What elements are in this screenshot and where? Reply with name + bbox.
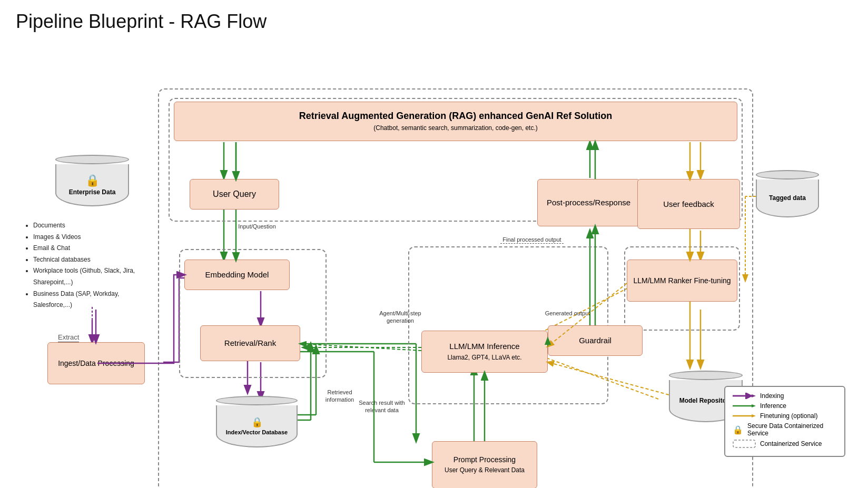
embedding-model-box: Embedding Model <box>184 260 290 290</box>
retrieval-rank-box: Retrieval/Rank <box>200 325 300 361</box>
page-title: Pipeline Blueprint - RAG Flow <box>16 11 852 33</box>
extract-label: Extract <box>58 333 79 342</box>
legend-indexing-label: Indexing <box>760 392 784 400</box>
cylinder-top-enterprise <box>55 155 129 164</box>
svg-rect-27 <box>733 440 755 447</box>
ingest-data-label: Ingest/Data Processing <box>58 358 134 368</box>
tagged-data-label: Tagged data <box>769 194 806 202</box>
list-item: Images & Videos <box>33 232 145 243</box>
ingest-data-box: Ingest/Data Processing <box>47 342 145 384</box>
cylinder-body-tagged: Tagged data <box>756 180 819 217</box>
generated-output-label: Generated output <box>542 310 593 317</box>
list-item: Email & Chat <box>33 243 145 254</box>
extract-text: Extract <box>58 333 79 341</box>
svg-marker-24 <box>752 404 756 407</box>
llm-inference-label: LLM/LMM Inference <box>449 341 519 352</box>
list-item: Documents <box>33 220 145 232</box>
legend-containerized: Containerized Service <box>733 440 837 448</box>
svg-marker-22 <box>752 394 756 397</box>
user-feedback-label: User feedback <box>663 199 714 210</box>
guardrail-label: Guardrail <box>579 335 611 346</box>
cylinder-top-index <box>216 396 298 405</box>
post-process-label: Post-process/Response <box>547 197 630 208</box>
cylinder-top-model <box>669 371 743 380</box>
final-processed-label: Final processed output <box>500 236 564 244</box>
legend-inference: Inference <box>733 402 837 410</box>
user-feedback-box: User feedback <box>637 179 740 229</box>
diagram-container: Retrieval Augmented Generation (RAG) enh… <box>16 41 848 488</box>
legend-indexing: Indexing <box>733 392 837 400</box>
prompt-processing-box: Prompt Processing User Query & Relevant … <box>432 441 537 488</box>
agent-multi-label: Agent/Multi-step generation <box>374 310 427 325</box>
llm-ranker-label: LLM/LMM Ranker Fine-tuning <box>633 276 731 285</box>
input-question-label: Input/Question <box>231 223 283 230</box>
index-vector-label: Index/Vector Database <box>226 429 288 435</box>
legend-finetuning-label: Finetuning (optional) <box>760 412 817 420</box>
legend-box: Indexing Inference Finetuning (optional)… <box>724 386 845 457</box>
index-vector-cylinder: 🔒 Index/Vector Database <box>216 393 298 451</box>
list-item: Technical databases <box>33 254 145 266</box>
post-process-box: Post-process/Response <box>537 179 640 226</box>
rag-header-box: Retrieval Augmented Generation (RAG) enh… <box>174 102 737 141</box>
tagged-data-cylinder: Tagged data <box>756 167 819 220</box>
llm-ranker-box: LLM/LMM Ranker Fine-tuning <box>627 260 737 302</box>
legend-inference-label: Inference <box>760 402 786 410</box>
prompt-processing-label: Prompt Processing <box>453 455 516 464</box>
rag-header-label: Retrieval Augmented Generation (RAG) enh… <box>299 110 612 122</box>
enterprise-data-list: Documents Images & Videos Email & Chat T… <box>24 220 145 311</box>
user-query-box: User Query <box>190 179 279 210</box>
prompt-processing-sub: User Query & Relevant Data <box>445 466 525 475</box>
embedding-model-label: Embedding Model <box>205 270 269 280</box>
svg-marker-26 <box>752 414 756 417</box>
search-result-label: Search result with relevant data <box>353 399 411 414</box>
enterprise-data-label: Enterprise Data <box>69 188 116 196</box>
list-item: Workplace tools (Github, Slack, Jira, Sh… <box>33 265 145 288</box>
cylinder-top-tagged <box>756 170 819 180</box>
cylinder-body-index: 🔒 Index/Vector Database <box>216 405 298 447</box>
cylinder-body-enterprise: 🔒 Enterprise Data <box>55 164 129 206</box>
legend-containerized-label: Containerized Service <box>760 440 822 447</box>
rag-header-sub: (Chatbot, semantic search, summarization… <box>373 124 537 133</box>
retrieval-rank-label: Retrieval/Rank <box>224 338 276 348</box>
legend-secure-label: Secure Data Containerized Service <box>747 422 837 437</box>
legend-secure: 🔒 Secure Data Containerized Service <box>733 422 837 437</box>
llm-inference-box: LLM/LMM Inference Llama2, GPT4, LLaVA et… <box>421 331 548 373</box>
llm-inference-sub: Llama2, GPT4, LLaVA etc. <box>447 354 521 362</box>
guardrail-box: Guardrail <box>548 325 643 356</box>
list-item: Business Data (SAP, Workday, Salesforce,… <box>33 288 145 311</box>
enterprise-data-cylinder: 🔒 Enterprise Data <box>55 152 129 210</box>
user-query-label: User Query <box>213 189 256 200</box>
legend-finetuning: Finetuning (optional) <box>733 412 837 420</box>
